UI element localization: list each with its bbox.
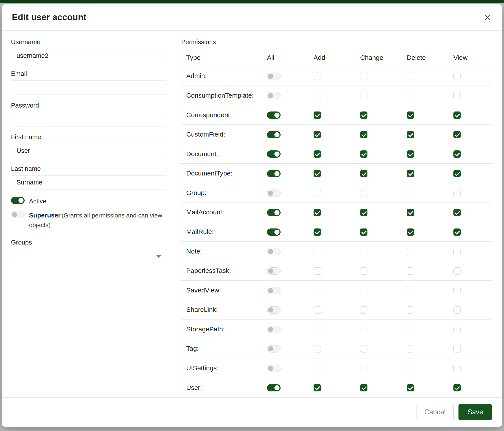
permission-delete-checkbox[interactable] [407,131,414,138]
permission-delete-checkbox[interactable] [407,287,414,294]
first-name-input[interactable] [11,144,167,158]
permission-add-checkbox[interactable] [314,111,321,119]
permission-delete-checkbox[interactable] [407,209,414,216]
permission-view-checkbox[interactable] [453,365,461,372]
permission-all-toggle[interactable] [267,384,281,391]
permission-all-toggle[interactable] [267,287,281,294]
permission-change-checkbox[interactable] [360,72,368,80]
permission-view-checkbox[interactable] [453,209,461,216]
permission-delete-checkbox[interactable] [407,306,414,314]
permission-add-checkbox[interactable] [314,72,321,80]
permission-add-checkbox[interactable] [314,326,321,333]
permission-view-checkbox[interactable] [453,384,461,391]
permission-change-checkbox[interactable] [360,189,368,197]
permission-change-checkbox[interactable] [360,170,368,177]
permission-change-checkbox[interactable] [360,326,368,333]
permission-delete-checkbox[interactable] [407,111,414,119]
permission-change-checkbox[interactable] [360,111,368,119]
permission-change-checkbox[interactable] [360,345,368,352]
permission-all-toggle[interactable] [267,345,281,352]
permission-row: StoragePath: [181,320,492,339]
permission-delete-checkbox[interactable] [407,228,414,236]
permission-all-toggle[interactable] [267,150,281,158]
superuser-toggle[interactable] [11,211,25,218]
permission-view-checkbox[interactable] [453,306,461,314]
cancel-button[interactable]: Cancel [416,404,454,420]
permission-add-checkbox[interactable] [314,267,321,275]
permission-delete-checkbox[interactable] [407,248,414,255]
permission-add-checkbox[interactable] [314,384,321,391]
permission-change-checkbox[interactable] [360,228,368,236]
permission-change-checkbox[interactable] [360,131,368,138]
permission-all-toggle[interactable] [267,228,281,236]
permission-add-checkbox[interactable] [314,287,321,294]
permission-change-checkbox[interactable] [360,365,368,372]
permission-add-checkbox[interactable] [314,189,321,197]
permission-change-checkbox[interactable] [360,384,368,391]
last-name-input[interactable] [11,175,167,190]
permission-delete-checkbox[interactable] [407,150,414,158]
close-icon[interactable]: × [483,12,492,23]
username-input[interactable] [11,49,167,63]
permission-add-checkbox[interactable] [314,228,321,236]
permission-change-checkbox[interactable] [360,267,368,275]
permission-view-checkbox[interactable] [453,150,461,158]
email-field[interactable] [11,80,167,95]
permission-all-toggle[interactable] [267,170,281,177]
permission-view-checkbox[interactable] [453,92,461,99]
permission-delete-checkbox[interactable] [407,72,414,80]
permission-view-checkbox[interactable] [453,189,461,197]
permission-add-checkbox[interactable] [314,150,321,158]
permission-change-checkbox[interactable] [360,306,368,314]
password-field-group: Password [11,102,167,126]
password-field[interactable] [11,112,167,126]
permission-add-checkbox[interactable] [314,209,321,216]
permission-delete-checkbox[interactable] [407,267,414,275]
permission-view-checkbox[interactable] [453,345,461,352]
active-toggle[interactable] [11,197,25,204]
permission-add-checkbox[interactable] [314,345,321,352]
permission-change-checkbox[interactable] [360,248,368,255]
permission-delete-checkbox[interactable] [407,365,414,372]
permission-all-toggle[interactable] [267,209,281,216]
permission-view-checkbox[interactable] [453,72,461,80]
permission-add-checkbox[interactable] [314,92,321,99]
permission-delete-checkbox[interactable] [407,92,414,99]
permission-all-toggle[interactable] [267,72,281,80]
permission-add-checkbox[interactable] [314,365,321,372]
permission-all-toggle[interactable] [267,326,281,333]
permission-delete-checkbox[interactable] [407,345,414,352]
permission-delete-checkbox[interactable] [407,326,414,333]
permission-change-checkbox[interactable] [360,92,368,99]
permission-all-toggle[interactable] [267,248,281,255]
permission-delete-checkbox[interactable] [407,170,414,177]
permission-all-toggle[interactable] [267,92,281,99]
permission-all-toggle[interactable] [267,365,281,372]
permission-all-toggle[interactable] [267,306,281,314]
permission-delete-checkbox[interactable] [407,189,414,197]
permission-view-checkbox[interactable] [453,248,461,255]
save-button[interactable]: Save [459,404,492,420]
permission-row: Document: [181,144,492,164]
permission-all-toggle[interactable] [267,111,281,119]
permission-view-checkbox[interactable] [453,228,461,236]
permission-view-checkbox[interactable] [453,267,461,275]
groups-select[interactable] [11,249,167,263]
permission-all-toggle[interactable] [267,131,281,138]
permission-add-checkbox[interactable] [314,248,321,255]
permission-add-checkbox[interactable] [314,306,321,314]
permission-add-checkbox[interactable] [314,131,321,138]
permission-delete-checkbox[interactable] [407,384,414,391]
permission-view-checkbox[interactable] [453,131,461,138]
permission-view-checkbox[interactable] [453,170,461,177]
permission-type-label: ConsumptionTemplate: [181,86,262,105]
permission-change-checkbox[interactable] [360,287,368,294]
permission-add-checkbox[interactable] [314,170,321,177]
permission-view-checkbox[interactable] [453,326,461,333]
permission-view-checkbox[interactable] [453,287,461,294]
permission-all-toggle[interactable] [267,267,281,275]
permission-change-checkbox[interactable] [360,150,368,158]
permission-view-checkbox[interactable] [453,111,461,119]
permission-change-checkbox[interactable] [360,209,368,216]
permission-all-toggle[interactable] [267,189,281,197]
